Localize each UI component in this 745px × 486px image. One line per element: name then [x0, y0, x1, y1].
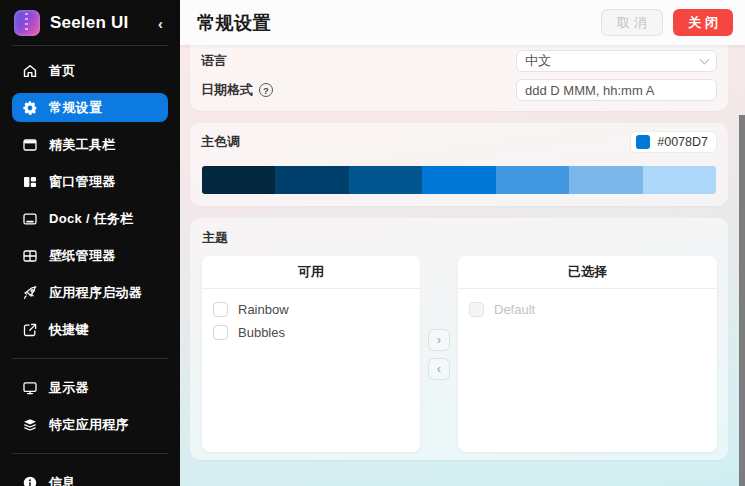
seelen-ui-window: Seelen UI ‹ 首页 常规设置 精美工具栏 [0, 0, 745, 486]
sidebar-item-monitors[interactable]: 显示器 [12, 373, 168, 402]
sidebar-item-label: 特定应用程序 [49, 416, 129, 434]
app-title: Seelen UI [50, 13, 155, 33]
main-area: 常规设置 取消 关闭 语言 中文 日期格式 ? [180, 0, 745, 486]
sidebar-item-label: Dock / 任务栏 [49, 210, 134, 228]
date-format-value: ddd D MMM, hh:mm A [525, 83, 708, 98]
accent-color-label: 主色调 [201, 133, 630, 151]
rocket-icon [22, 285, 38, 301]
theme-group: 主题 可用 Rainbow Bubbles [190, 218, 728, 460]
sidebar-item-label: 精美工具栏 [49, 136, 116, 154]
palette-swatch[interactable] [643, 166, 716, 194]
general-settings-group: 语言 中文 日期格式 ? ddd D MMM, hh:mm A [190, 45, 728, 111]
sidebar-item-shortcuts[interactable]: 快捷键 [12, 315, 168, 344]
seelen-logo-icon [14, 10, 40, 36]
info-icon [22, 475, 38, 486]
theme-item-default: Default [469, 298, 706, 320]
selected-themes-panel: 已选择 Default [458, 256, 717, 452]
theme-item-bubbles[interactable]: Bubbles [213, 321, 409, 343]
sidebar-item-app-specific[interactable]: 特定应用程序 [12, 410, 168, 439]
selected-panel-title: 已选择 [458, 256, 717, 289]
theme-label: 主题 [202, 229, 717, 249]
sidebar-item-label: 壁纸管理器 [49, 247, 116, 265]
collapse-sidebar-icon[interactable]: ‹ [155, 15, 166, 32]
settings-content: 语言 中文 日期格式 ? ddd D MMM, hh:mm A [180, 45, 745, 486]
close-button[interactable]: 关闭 [673, 9, 733, 36]
sidebar-item-label: 信息 [49, 474, 76, 486]
sidebar-divider [12, 453, 168, 454]
language-select[interactable]: 中文 [516, 50, 717, 72]
shortcut-icon [22, 322, 38, 338]
page-header: 常规设置 取消 关闭 [180, 0, 745, 45]
accent-color-group: 主色调 #0078D7 [190, 123, 728, 206]
palette-swatch[interactable] [496, 166, 569, 194]
accent-color-row: 主色调 #0078D7 [201, 131, 717, 153]
gear-icon [22, 100, 38, 116]
move-left-button[interactable]: ‹ [428, 358, 450, 380]
sidebar-item-general-settings[interactable]: 常规设置 [12, 93, 168, 122]
window-manager-icon [22, 174, 38, 190]
checkbox-icon[interactable] [213, 302, 228, 317]
sidebar-divider [12, 358, 168, 359]
chevron-down-icon [700, 54, 710, 64]
toolbar-icon [22, 137, 38, 153]
sidebar-nav: 首页 常规设置 精美工具栏 窗口管理器 [12, 56, 168, 486]
palette-swatch[interactable] [422, 166, 495, 194]
transfer-buttons: › ‹ [420, 256, 458, 452]
sidebar-item-label: 常规设置 [49, 99, 102, 117]
theme-item-label: Rainbow [238, 302, 289, 317]
monitor-icon [22, 380, 38, 396]
dock-icon [22, 211, 38, 227]
sidebar-item-window-manager[interactable]: 窗口管理器 [12, 167, 168, 196]
theme-item-label: Bubbles [238, 325, 285, 340]
palette-swatch[interactable] [202, 166, 275, 194]
accent-color-swatch [636, 135, 650, 149]
sidebar-item-app-launcher[interactable]: 应用程序启动器 [12, 278, 168, 307]
accent-color-picker[interactable]: #0078D7 [630, 131, 717, 153]
sidebar-item-label: 应用程序启动器 [49, 284, 142, 302]
date-format-label-text: 日期格式 [201, 81, 253, 99]
layers-icon [22, 417, 38, 433]
available-themes-panel: 可用 Rainbow Bubbles [202, 256, 420, 452]
sidebar-item-information[interactable]: 信息 [12, 468, 168, 486]
accent-color-hex: #0078D7 [657, 135, 708, 149]
sidebar-item-label: 快捷键 [49, 321, 89, 339]
checkbox-icon[interactable] [213, 325, 228, 340]
date-format-input[interactable]: ddd D MMM, hh:mm A [516, 79, 717, 101]
vertical-scrollbar[interactable] [739, 115, 745, 486]
sidebar-item-home[interactable]: 首页 [12, 56, 168, 85]
cancel-button[interactable]: 取消 [601, 9, 663, 36]
selected-panel-body: Default [458, 289, 717, 452]
sidebar-item-toolbar[interactable]: 精美工具栏 [12, 130, 168, 159]
move-right-button[interactable]: › [428, 329, 450, 351]
sidebar-item-label: 窗口管理器 [49, 173, 116, 191]
sidebar: Seelen UI ‹ 首页 常规设置 精美工具栏 [0, 0, 180, 486]
sidebar-divider [12, 45, 168, 46]
available-panel-title: 可用 [202, 256, 420, 289]
language-row: 语言 中文 [201, 50, 717, 72]
date-format-label: 日期格式 ? [201, 81, 516, 99]
sidebar-item-dock-taskbar[interactable]: Dock / 任务栏 [12, 204, 168, 233]
sidebar-item-label: 显示器 [49, 379, 89, 397]
accent-palette-bar [202, 166, 716, 194]
sidebar-item-label: 首页 [49, 62, 76, 80]
page-title: 常规设置 [197, 11, 601, 35]
date-format-row: 日期格式 ? ddd D MMM, hh:mm A [201, 79, 717, 101]
language-selected-value: 中文 [525, 52, 701, 70]
theme-item-rainbow[interactable]: Rainbow [213, 298, 409, 320]
help-icon[interactable]: ? [259, 83, 273, 97]
wallpaper-icon [22, 248, 38, 264]
palette-swatch[interactable] [275, 166, 348, 194]
theme-item-label: Default [494, 302, 535, 317]
sidebar-header: Seelen UI ‹ [12, 10, 168, 36]
palette-swatch[interactable] [349, 166, 422, 194]
theme-transfer: 可用 Rainbow Bubbles [201, 256, 717, 452]
home-icon [22, 63, 38, 79]
available-panel-body: Rainbow Bubbles [202, 289, 420, 452]
sidebar-item-wallpaper-manager[interactable]: 壁纸管理器 [12, 241, 168, 270]
palette-swatch[interactable] [569, 166, 642, 194]
checkbox-icon [469, 302, 484, 317]
language-label: 语言 [201, 52, 516, 70]
